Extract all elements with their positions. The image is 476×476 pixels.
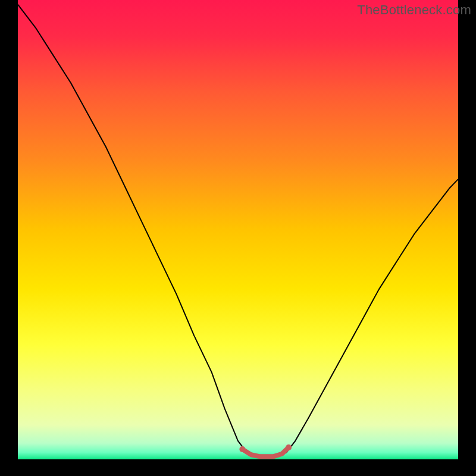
marker-1	[286, 444, 292, 450]
chart-svg	[0, 0, 476, 476]
plot-area	[18, 0, 458, 459]
chart-container: TheBottleneck.com	[0, 0, 476, 476]
watermark-text: TheBottleneck.com	[357, 2, 471, 18]
marker-0	[239, 446, 245, 452]
